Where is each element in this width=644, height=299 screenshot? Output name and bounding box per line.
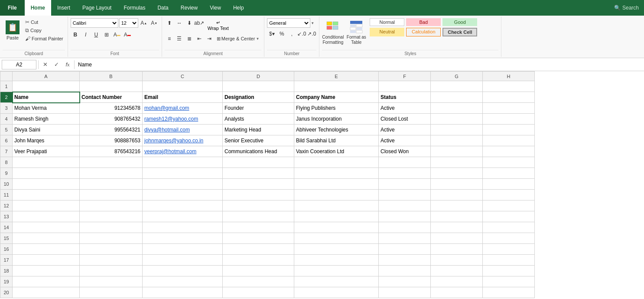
bold-button[interactable]: B: [71, 30, 80, 39]
align-center-button[interactable]: ☰: [175, 34, 184, 43]
cell-F1[interactable]: [379, 81, 431, 92]
cell-D2[interactable]: Designation: [223, 92, 294, 103]
row-header-5[interactable]: 5: [0, 125, 13, 135]
row-header-20[interactable]: 20: [0, 287, 13, 298]
cut-button[interactable]: ✂ Cut: [23, 18, 65, 26]
cell-G2[interactable]: [431, 92, 483, 103]
align-left-button[interactable]: ≡: [165, 34, 174, 43]
wrap-text-button[interactable]: ↵ Wrap Text: [205, 18, 232, 33]
tab-home[interactable]: Home: [25, 0, 51, 16]
format-painter-button[interactable]: 🖌 Format Painter: [23, 35, 65, 43]
row-header-16[interactable]: 16: [0, 244, 13, 255]
increase-decimal-button[interactable]: ↗.0: [307, 29, 316, 39]
tab-insert[interactable]: Insert: [51, 0, 76, 16]
row-header-11[interactable]: 11: [0, 190, 13, 200]
decrease-font-button[interactable]: A▼: [150, 18, 159, 28]
font-family-select[interactable]: Calibri: [71, 18, 118, 28]
cell-B7[interactable]: 876543216: [80, 146, 143, 157]
col-header-C[interactable]: C: [143, 72, 223, 81]
cell-G1[interactable]: [431, 81, 483, 92]
cell-F2[interactable]: Status: [379, 92, 431, 103]
row-header-10[interactable]: 10: [0, 179, 13, 190]
row-header-12[interactable]: 12: [0, 200, 13, 211]
align-bottom-button[interactable]: ⬇: [185, 18, 194, 28]
increase-font-button[interactable]: A▲: [139, 18, 149, 28]
cell-G5[interactable]: [431, 125, 483, 135]
cell-H3[interactable]: [483, 103, 535, 114]
cell-B2[interactable]: Contact Number: [80, 92, 143, 103]
cell-reference-box[interactable]: A2: [2, 60, 36, 69]
row-header-8[interactable]: 8: [0, 157, 13, 168]
row-header-15[interactable]: 15: [0, 233, 13, 244]
col-header-G[interactable]: G: [431, 72, 483, 81]
row-header-2[interactable]: 2: [0, 92, 13, 103]
row-header-17[interactable]: 17: [0, 255, 13, 266]
row-header-3[interactable]: 3: [0, 103, 13, 114]
cell-H2[interactable]: [483, 92, 535, 103]
comma-button[interactable]: ,: [287, 29, 296, 39]
font-size-select[interactable]: 12: [119, 18, 138, 28]
cell-E7[interactable]: Vaxin Cooeration Ltd: [294, 146, 379, 157]
tab-page-layout[interactable]: Page Layout: [76, 0, 117, 16]
tab-help[interactable]: Help: [227, 0, 250, 16]
align-right-button[interactable]: ≣: [185, 34, 194, 43]
style-bad-button[interactable]: Bad: [406, 18, 441, 26]
decrease-indent-button[interactable]: ⇤: [195, 34, 204, 43]
cell-D3[interactable]: Founder: [223, 103, 294, 114]
cell-G4[interactable]: [431, 114, 483, 125]
cancel-formula-button[interactable]: ✕: [40, 60, 50, 69]
row-header-18[interactable]: 18: [0, 266, 13, 276]
col-header-E[interactable]: E: [294, 72, 379, 81]
decrease-decimal-button[interactable]: ↙.0: [297, 29, 306, 39]
number-format-select[interactable]: General: [267, 18, 310, 28]
tab-formulas[interactable]: Formulas: [117, 0, 151, 16]
orientation-button[interactable]: ab↗: [195, 18, 204, 28]
cell-E2[interactable]: Company Name: [294, 92, 379, 103]
style-normal-button[interactable]: Normal: [370, 18, 404, 26]
cell-H4[interactable]: [483, 114, 535, 125]
cell-F3[interactable]: Active: [379, 103, 431, 114]
increase-indent-button[interactable]: ⇥: [205, 34, 214, 43]
percent-button[interactable]: %: [277, 29, 286, 39]
col-header-D[interactable]: D: [223, 72, 294, 81]
tab-view[interactable]: View: [204, 0, 227, 16]
col-header-B[interactable]: B: [80, 72, 143, 81]
cell-B4[interactable]: 908765432: [80, 114, 143, 125]
cell-D4[interactable]: Analysts: [223, 114, 294, 125]
row-header-4[interactable]: 4: [0, 114, 13, 125]
row-header-1[interactable]: 1: [0, 81, 13, 92]
format-as-table-button[interactable]: Format asTable: [345, 18, 367, 46]
underline-button[interactable]: U: [91, 30, 101, 39]
italic-button[interactable]: I: [81, 30, 91, 39]
row-header-14[interactable]: 14: [0, 222, 13, 233]
cell-F4[interactable]: Closed Lost: [379, 114, 431, 125]
cell-D6[interactable]: Senior Executive: [223, 135, 294, 146]
col-header-F[interactable]: F: [379, 72, 431, 81]
align-middle-button[interactable]: ↔: [175, 18, 184, 28]
row-header-19[interactable]: 19: [0, 276, 13, 287]
style-good-button[interactable]: Good: [442, 18, 477, 26]
cell-E6[interactable]: Bild Sarabhai Ltd: [294, 135, 379, 146]
fill-color-button[interactable]: A▬: [112, 30, 122, 39]
merge-center-button[interactable]: ⊞ Merge & Center ▼: [215, 34, 262, 43]
cell-A6[interactable]: John Marqes: [13, 135, 80, 146]
cell-C1[interactable]: [143, 81, 223, 92]
cell-F7[interactable]: Closed Won: [379, 146, 431, 157]
cell-F5[interactable]: Active: [379, 125, 431, 135]
accept-formula-button[interactable]: ✓: [52, 60, 61, 69]
border-button[interactable]: ⊞: [102, 30, 111, 39]
style-neutral-button[interactable]: Neutral: [370, 28, 404, 36]
cell-D1[interactable]: [223, 81, 294, 92]
cell-C7[interactable]: veerpraj@hotmail.com: [143, 146, 223, 157]
cell-A8[interactable]: [13, 157, 80, 168]
tab-data[interactable]: Data: [151, 0, 174, 16]
cell-B3[interactable]: 912345678: [80, 103, 143, 114]
cell-A3[interactable]: Mohan Verma: [13, 103, 80, 114]
row-header-6[interactable]: 6: [0, 135, 13, 146]
tab-file[interactable]: File: [0, 0, 25, 16]
row-header-13[interactable]: 13: [0, 211, 13, 222]
cell-F6[interactable]: Active: [379, 135, 431, 146]
cell-C2[interactable]: Email: [143, 92, 223, 103]
cell-C4[interactable]: ramesh12@yahoo.com: [143, 114, 223, 125]
tab-review[interactable]: Review: [175, 0, 204, 16]
